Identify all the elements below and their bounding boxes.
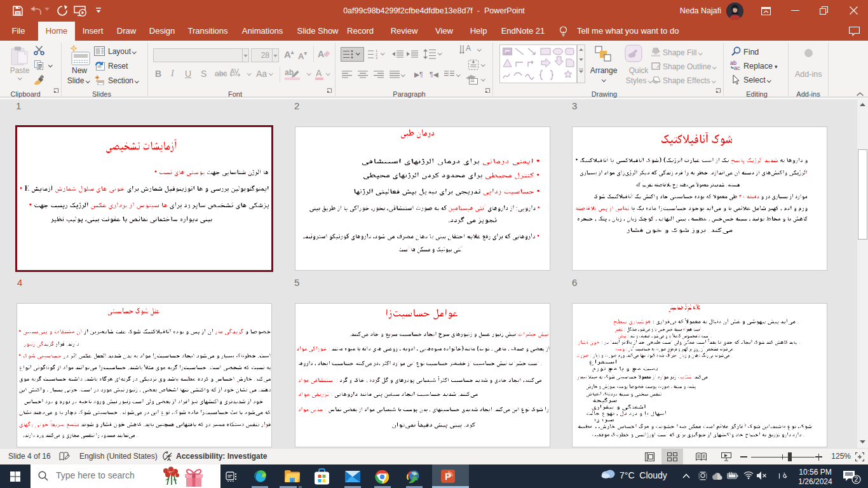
- svg-text:ac: ac: [734, 65, 740, 71]
- svg-text:A: A: [466, 45, 471, 53]
- svg-text:2: 2: [855, 475, 858, 483]
- svg-text:3: 3: [376, 56, 377, 59]
